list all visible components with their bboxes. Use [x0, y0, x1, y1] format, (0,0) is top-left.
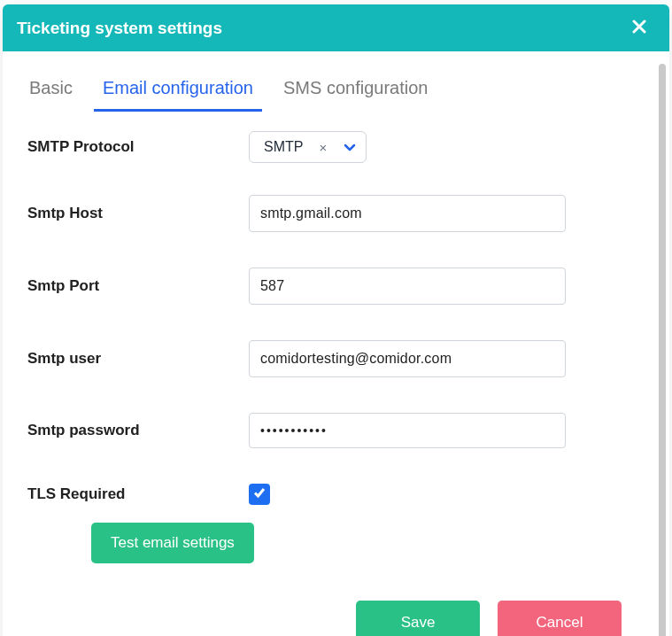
- modal-footer: Save Cancel: [27, 601, 641, 636]
- settings-modal: Ticketing system settings Basic Email co…: [3, 4, 669, 636]
- tls-required-checkbox[interactable]: [249, 484, 270, 505]
- smtp-user-input[interactable]: [249, 340, 566, 377]
- row-smtp-protocol: SMTP Protocol SMTP ×: [27, 131, 641, 163]
- label-smtp-password: Smtp password: [27, 422, 249, 439]
- tab-basic[interactable]: Basic: [27, 74, 74, 109]
- close-icon: [632, 19, 646, 36]
- row-test-button: Test email settings: [27, 523, 641, 563]
- label-smtp-host: Smtp Host: [27, 205, 249, 222]
- row-smtp-user: Smtp user: [27, 340, 641, 377]
- row-smtp-host: Smtp Host: [27, 195, 641, 232]
- tabs: Basic Email configuration SMS configurat…: [27, 74, 641, 112]
- tab-sms-configuration[interactable]: SMS configuration: [282, 74, 429, 109]
- row-tls-required: TLS Required: [27, 484, 641, 505]
- modal-body: Basic Email configuration SMS configurat…: [3, 51, 650, 636]
- modal-body-wrap: Basic Email configuration SMS configurat…: [3, 51, 669, 636]
- tab-email-configuration[interactable]: Email configuration: [94, 74, 262, 112]
- test-email-settings-button[interactable]: Test email settings: [91, 523, 254, 563]
- smtp-protocol-value: SMTP: [264, 139, 303, 155]
- label-smtp-port: Smtp Port: [27, 277, 249, 295]
- cancel-button[interactable]: Cancel: [498, 601, 622, 636]
- label-smtp-user: Smtp user: [27, 350, 249, 368]
- modal-title: Ticketing system settings: [17, 19, 222, 38]
- row-smtp-password: Smtp password: [27, 413, 641, 448]
- scrollbar[interactable]: [659, 64, 666, 636]
- close-button[interactable]: [629, 16, 650, 40]
- chevron-down-icon[interactable]: [343, 140, 357, 154]
- row-smtp-port: Smtp Port: [27, 268, 641, 305]
- save-button[interactable]: Save: [356, 601, 480, 636]
- check-icon: [252, 485, 266, 503]
- smtp-port-input[interactable]: [249, 268, 566, 305]
- smtp-host-input[interactable]: [249, 195, 566, 232]
- smtp-password-input[interactable]: [249, 413, 566, 448]
- label-smtp-protocol: SMTP Protocol: [27, 138, 249, 156]
- clear-icon[interactable]: ×: [317, 140, 328, 155]
- modal-header: Ticketing system settings: [3, 4, 669, 51]
- label-tls-required: TLS Required: [27, 485, 249, 503]
- smtp-protocol-select[interactable]: SMTP ×: [249, 131, 367, 163]
